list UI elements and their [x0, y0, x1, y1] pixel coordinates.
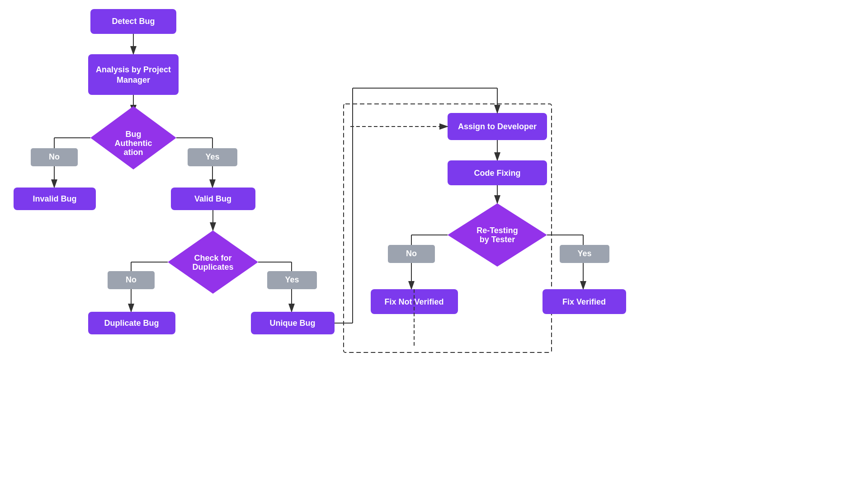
analysis-label-line2: Manager — [117, 75, 150, 84]
duplicate-bug-label: Duplicate Bug — [104, 319, 159, 328]
analysis-label-line1: Analysis by Project — [96, 65, 171, 74]
assign-dev-label: Assign to Developer — [458, 122, 537, 131]
unique-bug-label: Unique Bug — [270, 319, 316, 328]
bug-auth-label-line1: Bug — [126, 130, 142, 139]
no2-label: No — [126, 275, 137, 284]
retest-label-line1: Re-Testing — [476, 226, 518, 235]
bug-auth-label-line3: ation — [124, 148, 143, 157]
bug-auth-label-line2: Authentic — [115, 139, 152, 148]
yes1-label: Yes — [205, 152, 219, 161]
intellipaat-logo: intelliPaat — [841, 14, 868, 488]
yes3-label: Yes — [577, 249, 591, 258]
no1-label: No — [49, 152, 60, 161]
detect-bug-label: Detect Bug — [112, 17, 155, 26]
analysis-box — [88, 54, 179, 95]
fix-verified-label: Fix Verified — [562, 297, 606, 306]
code-fixing-label: Code Fixing — [474, 169, 521, 178]
valid-bug-label: Valid Bug — [194, 194, 231, 203]
no3-label: No — [406, 249, 417, 258]
flowchart-container: Detect Bug Analysis by Project Manager B… — [0, 0, 868, 488]
invalid-bug-label: Invalid Bug — [33, 194, 76, 203]
check-dup-label-line1: Check for — [194, 253, 231, 263]
yes2-label: Yes — [285, 275, 299, 284]
retest-label-line2: by Tester — [480, 235, 515, 244]
check-dup-label-line2: Duplicates — [192, 263, 233, 272]
